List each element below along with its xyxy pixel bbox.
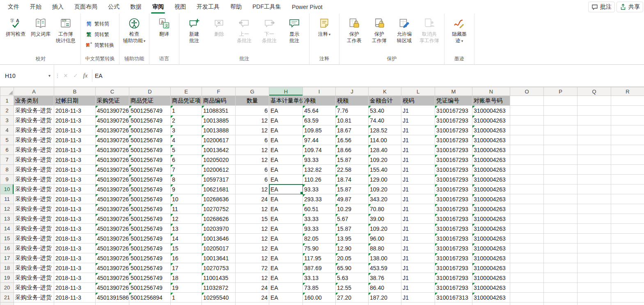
cell-B19[interactable]: 2018-11-3 [54,273,96,283]
cell-K19[interactable]: 38.76 [369,273,401,283]
column-header-m[interactable]: M [435,87,472,96]
cell-N2[interactable]: 3100004263 [472,106,510,116]
cell-M4[interactable]: 3100167293 [435,125,472,135]
row-header-18[interactable]: 18 [0,263,14,273]
cell-P22[interactable] [544,303,578,305]
cell-B21[interactable]: 2018-11-3 [54,293,96,303]
tab-data[interactable]: 数据 [125,0,147,14]
column-header-c[interactable]: C [96,87,129,96]
cell-N20[interactable]: 3100004263 [472,283,510,293]
cell-D17[interactable]: 5001256749 [129,253,171,263]
cell-Q19[interactable] [578,273,611,283]
row-header-6[interactable]: 6 [0,145,14,155]
cell-L7[interactable]: J1 [401,155,435,165]
cell-Q1[interactable] [578,96,611,106]
cell-K12[interactable]: 70.80 [369,204,401,214]
cell-J15[interactable]: 13.95 [336,234,369,244]
cell-J9[interactable]: 18.74 [336,175,369,184]
name-box-dropdown-icon[interactable]: ▾ [48,73,50,78]
cell-I21[interactable]: 160.00 [303,293,336,303]
row-header-9[interactable]: 9 [0,175,14,184]
cell-M20[interactable]: 3100167293 [435,283,472,293]
cell-B2[interactable]: 2018-11-3 [54,106,96,116]
cell-C17[interactable]: 4501390726 [96,253,129,263]
formula-input[interactable]: EA [95,73,103,79]
cell-G3[interactable]: 12 [236,116,269,125]
cell-R6[interactable] [611,145,644,155]
tab-review[interactable]: 审阅 [147,0,169,14]
column-header-n[interactable]: N [472,87,510,96]
protect-workbook-button[interactable]: 保护 工作簿 [367,15,392,55]
cell-I3[interactable]: 63.59 [303,116,336,125]
cell-N7[interactable]: 3100004263 [472,155,510,165]
cell-Q9[interactable] [578,175,611,184]
cell-A4[interactable]: 采购业务-进货 [14,125,54,135]
cell-G18[interactable]: 72 [236,263,269,273]
cell-R18[interactable] [611,263,644,273]
hide-ink-button[interactable]: 隐藏墨 迹▾ [447,15,472,55]
cell-N10[interactable]: 3100004263 [472,184,510,194]
cell-A13[interactable]: 采购业务-进货 [14,214,54,224]
cell-I13[interactable]: 33.33 [303,214,336,224]
cell-P18[interactable] [544,263,578,273]
cell-F18[interactable]: 10270753 [202,263,236,273]
cell-D7[interactable]: 5001256749 [129,155,171,165]
cell-G13[interactable]: 15 [236,214,269,224]
cell-K6[interactable]: 128.40 [369,145,401,155]
cell-D18[interactable]: 5001256749 [129,263,171,273]
row-header-14[interactable]: 14 [0,224,14,234]
cell-O9[interactable] [510,175,544,184]
cell-Q3[interactable] [578,116,611,125]
cell-F12[interactable]: 10270752 [202,204,236,214]
cell-O13[interactable] [510,214,544,224]
tab-view[interactable]: 视图 [169,0,191,14]
cell-C12[interactable]: 4501390726 [96,204,129,214]
cell-R15[interactable] [611,234,644,244]
cell-L9[interactable]: J1 [401,175,435,184]
cell-M7[interactable]: 3100167293 [435,155,472,165]
cell-R21[interactable] [611,293,644,303]
cell-E15[interactable]: 14 [171,234,202,244]
cell-P1[interactable] [544,96,578,106]
cell-B8[interactable]: 2018-11-3 [54,165,96,175]
cell-L13[interactable]: J1 [401,214,435,224]
cell-N17[interactable]: 3100004263 [472,253,510,263]
cell-I12[interactable]: 60.51 [303,204,336,214]
cell-D1[interactable]: 商品凭证 [129,96,171,106]
cell-H21[interactable]: EA [269,293,303,303]
cell-H10[interactable]: EA [269,184,303,194]
cell-A6[interactable]: 采购业务-进货 [14,145,54,155]
cell-A15[interactable]: 采购业务-进货 [14,234,54,244]
cell-B3[interactable]: 2018-11-3 [54,116,96,125]
cell-K11[interactable]: 343.20 [369,194,401,204]
cell-D11[interactable]: 5001256749 [129,194,171,204]
cell-H17[interactable]: EA [269,253,303,263]
insert-function-icon[interactable]: fx [80,72,90,79]
cell-Q4[interactable] [578,125,611,135]
row-header-7[interactable]: 7 [0,155,14,165]
cell-C11[interactable]: 4501390726 [96,194,129,204]
cell-F21[interactable]: 10295540 [202,293,236,303]
cell-H9[interactable]: EA [269,175,303,184]
cell-R9[interactable] [611,175,644,184]
cell-D5[interactable]: 5001256749 [129,135,171,145]
cell-A17[interactable]: 采购业务-进货 [14,253,54,263]
cell-C3[interactable]: 4501390726 [96,116,129,125]
cell-N22[interactable] [472,303,510,305]
cell-F14[interactable]: 10203970 [202,224,236,234]
cell-A11[interactable]: 采购业务-进货 [14,194,54,204]
cell-D6[interactable]: 5001256749 [129,145,171,155]
cell-R4[interactable] [611,125,644,135]
row-header-4[interactable]: 4 [0,125,14,135]
column-header-o[interactable]: O [510,87,544,96]
tab-power-pivot[interactable]: Power Pivot [286,0,328,14]
cell-B17[interactable]: 2018-11-3 [54,253,96,263]
cell-C22[interactable] [96,303,129,305]
cell-H4[interactable]: EA [269,125,303,135]
cell-H12[interactable]: EA [269,204,303,214]
cell-L17[interactable]: J1 [401,253,435,263]
cell-P10[interactable] [544,184,578,194]
cell-R10[interactable] [611,184,644,194]
cell-B6[interactable]: 2018-11-3 [54,145,96,155]
cell-E7[interactable]: 6 [171,155,202,165]
